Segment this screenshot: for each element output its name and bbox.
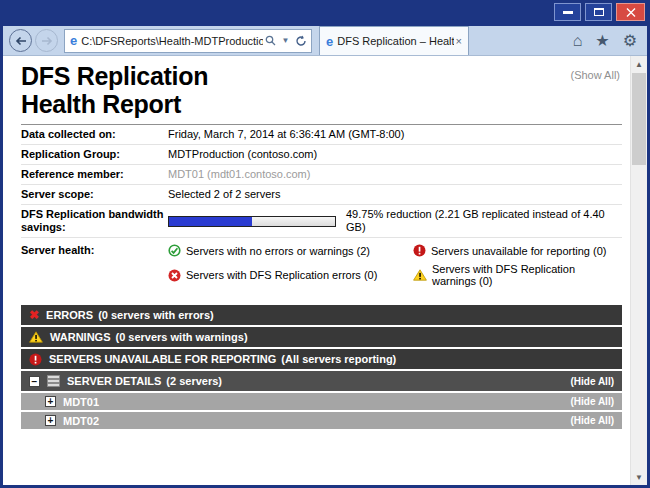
back-button[interactable] bbox=[9, 29, 32, 52]
address-url[interactable]: C:\DFSReports\Health-MDTProduction-07M bbox=[81, 35, 263, 47]
collapse-minus-box[interactable]: − bbox=[29, 376, 40, 387]
show-all-link[interactable]: (Show All) bbox=[570, 69, 620, 81]
unavailable-circle-icon bbox=[29, 353, 42, 366]
ie-favicon-icon: e bbox=[70, 33, 77, 48]
tab-favicon-icon: e bbox=[326, 34, 333, 49]
tab-close-icon[interactable]: × bbox=[454, 35, 464, 47]
section-warnings[interactable]: WARNINGS (0 servers with warnings) bbox=[21, 327, 622, 347]
tab-title: DFS Replication – Health Re... bbox=[337, 35, 453, 47]
title-bar bbox=[0, 0, 650, 26]
field-row-data-collected: Data collected on: Friday, March 7, 2014… bbox=[21, 125, 622, 145]
close-icon bbox=[626, 8, 636, 17]
section-subtitle: (0 servers with errors) bbox=[98, 309, 214, 321]
health-item-unavailable: Servers unavailable for reporting (0) bbox=[413, 244, 622, 257]
hide-all-link[interactable]: (Hide All) bbox=[570, 415, 614, 426]
report-sections: ✖ ERRORS (0 servers with errors) WARNING… bbox=[21, 305, 622, 429]
minimize-button[interactable] bbox=[554, 3, 581, 21]
vertical-scrollbar[interactable]: ▲ ▼ bbox=[630, 56, 647, 485]
server-stack-icon bbox=[47, 375, 60, 387]
close-button[interactable] bbox=[616, 3, 645, 21]
health-item-text: Servers with no errors or warnings (2) bbox=[186, 245, 370, 257]
health-item-text: Servers with DFS Replication errors (0) bbox=[186, 269, 377, 281]
bandwidth-text: 49.75% reduction (2.21 GB replicated ins… bbox=[346, 208, 622, 234]
section-title: SERVER DETAILS bbox=[67, 375, 161, 387]
health-item-errors: Servers with DFS Replication errors (0) bbox=[168, 263, 413, 287]
settings-gear-icon[interactable]: ⚙ bbox=[623, 31, 637, 50]
scrollbar-thumb[interactable] bbox=[632, 73, 646, 165]
field-row-server-health: Server health: Servers with no errors or… bbox=[21, 238, 622, 293]
ok-status-icon bbox=[168, 244, 181, 257]
page-title-line2: Health Report bbox=[21, 90, 622, 118]
minimize-icon bbox=[563, 11, 573, 14]
health-item-warnings: Servers with DFS Replication warnings (0… bbox=[413, 263, 622, 287]
address-bar[interactable]: e C:\DFSReports\Health-MDTProduction-07M… bbox=[64, 29, 312, 53]
section-servers-unavailable[interactable]: SERVERS UNAVAILABLE FOR REPORTING (All s… bbox=[21, 349, 622, 369]
refresh-icon[interactable] bbox=[293, 31, 308, 51]
section-title: ERRORS bbox=[46, 309, 93, 321]
maximize-icon bbox=[594, 8, 604, 16]
health-item-ok: Servers with no errors or warnings (2) bbox=[168, 244, 413, 257]
favorites-star-icon[interactable]: ★ bbox=[595, 31, 609, 50]
field-row-replication-group: Replication Group: MDTProduction (contos… bbox=[21, 145, 622, 165]
field-label: DFS Replication bandwidth savings: bbox=[21, 208, 168, 234]
scroll-down-arrow[interactable]: ▼ bbox=[631, 469, 647, 485]
field-label: Replication Group: bbox=[21, 148, 168, 161]
back-arrow-icon bbox=[15, 36, 27, 46]
page-title-line1: DFS Replication bbox=[21, 62, 622, 90]
unavailable-status-icon bbox=[413, 244, 426, 257]
scroll-up-arrow[interactable]: ▲ bbox=[631, 56, 647, 72]
page-title: DFS Replication Health Report bbox=[21, 62, 622, 118]
chevron-down-icon[interactable]: ▼ bbox=[278, 31, 293, 51]
section-subtitle: (All servers reporting) bbox=[281, 353, 396, 365]
browser-tab[interactable]: e DFS Replication – Health Re... × bbox=[319, 26, 469, 55]
field-label: Server health: bbox=[21, 244, 168, 257]
server-name: MDT01 bbox=[63, 396, 99, 408]
section-errors[interactable]: ✖ ERRORS (0 servers with errors) bbox=[21, 305, 622, 325]
toolbar-icons: ⌂ ★ ⚙ bbox=[573, 31, 647, 50]
section-title: SERVERS UNAVAILABLE FOR REPORTING bbox=[49, 353, 276, 365]
field-value: MDTProduction (contoso.com) bbox=[168, 148, 317, 161]
hide-all-link[interactable]: (Hide All) bbox=[570, 376, 614, 387]
section-server-details[interactable]: − SERVER DETAILS (2 servers) (Hide All) bbox=[21, 371, 622, 391]
warning-status-icon bbox=[413, 269, 427, 281]
bandwidth-progress-bar bbox=[168, 216, 336, 227]
warning-triangle-icon bbox=[29, 331, 43, 343]
section-subtitle: (2 servers) bbox=[166, 375, 222, 387]
field-value: MDT01 (mdt01.contoso.com) bbox=[168, 168, 310, 181]
report-page: DFS Replication Health Report (Show All)… bbox=[3, 56, 630, 485]
window-controls bbox=[550, 3, 645, 21]
server-row-mdt01[interactable]: + MDT01 (Hide All) bbox=[21, 393, 622, 410]
hide-all-link[interactable]: (Hide All) bbox=[570, 396, 614, 407]
expand-plus-box[interactable]: + bbox=[45, 415, 56, 426]
expand-plus-box[interactable]: + bbox=[45, 396, 56, 407]
error-status-icon bbox=[168, 269, 181, 282]
field-row-server-scope: Server scope: Selected 2 of 2 servers bbox=[21, 185, 622, 205]
home-icon[interactable]: ⌂ bbox=[573, 32, 583, 50]
field-row-bandwidth-savings: DFS Replication bandwidth savings: 49.75… bbox=[21, 205, 622, 238]
health-item-text: Servers unavailable for reporting (0) bbox=[431, 245, 606, 257]
section-title: WARNINGS bbox=[50, 331, 111, 343]
bandwidth-fill bbox=[169, 217, 252, 226]
field-value: Friday, March 7, 2014 at 6:36:41 AM (GMT… bbox=[168, 128, 404, 141]
field-label: Reference member: bbox=[21, 168, 168, 181]
page-content: DFS Replication Health Report (Show All)… bbox=[3, 56, 647, 485]
browser-window: e C:\DFSReports\Health-MDTProduction-07M… bbox=[0, 0, 650, 488]
server-health-grid: Servers with no errors or warnings (2) S… bbox=[168, 244, 622, 287]
server-row-mdt02[interactable]: + MDT02 (Hide All) bbox=[21, 412, 622, 429]
forward-arrow-icon bbox=[41, 36, 53, 46]
field-row-reference-member: Reference member: MDT01 (mdt01.contoso.c… bbox=[21, 165, 622, 185]
search-icon[interactable] bbox=[263, 31, 278, 51]
field-value: Selected 2 of 2 servers bbox=[168, 188, 281, 201]
browser-toolbar: e C:\DFSReports\Health-MDTProduction-07M… bbox=[3, 26, 647, 56]
section-subtitle: (0 servers with warnings) bbox=[116, 331, 248, 343]
errors-x-icon: ✖ bbox=[29, 309, 39, 321]
health-item-text: Servers with DFS Replication warnings (0… bbox=[432, 263, 622, 287]
forward-button[interactable] bbox=[35, 29, 58, 52]
field-label: Server scope: bbox=[21, 188, 168, 201]
server-name: MDT02 bbox=[63, 415, 99, 427]
field-label: Data collected on: bbox=[21, 128, 168, 141]
maximize-button[interactable] bbox=[585, 3, 612, 21]
